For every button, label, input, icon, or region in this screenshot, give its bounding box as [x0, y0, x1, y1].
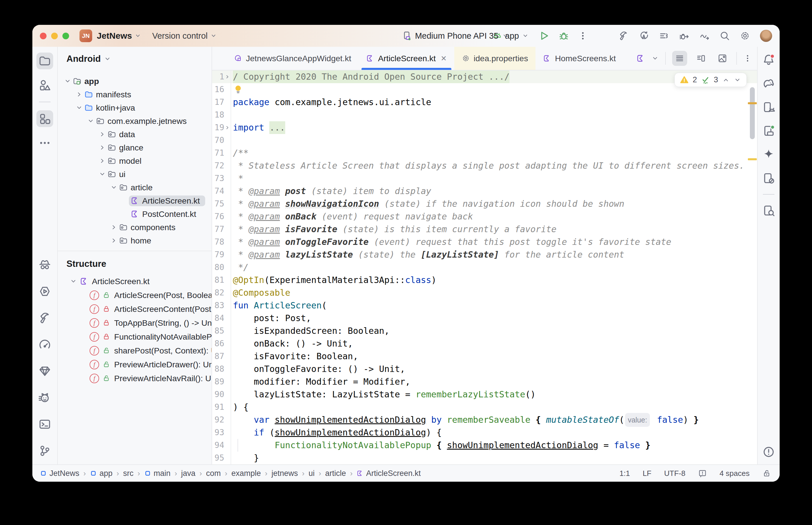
more-actions-kebab-icon[interactable]: [578, 31, 588, 41]
tree-item-app[interactable]: app: [58, 75, 211, 88]
breadcrumb-item[interactable]: ui: [309, 469, 315, 478]
tool-running-devices[interactable]: [760, 122, 777, 139]
caret-position[interactable]: 1:1: [620, 469, 630, 478]
apply-changes-button[interactable]: [639, 31, 649, 41]
tool-terminal[interactable]: [36, 416, 53, 433]
gutter[interactable]: 18: [212, 109, 231, 121]
structure-item[interactable]: fsharePost(Post, Context): Un: [58, 344, 211, 358]
structure-item[interactable]: fFunctionalityNotAvailablePop: [58, 330, 211, 344]
gutter[interactable]: 74: [212, 185, 231, 197]
zoom-window-button[interactable]: [62, 33, 69, 39]
structure-item[interactable]: fTopAppBar(String, () -> Unit,: [58, 316, 211, 330]
chevright-icon[interactable]: [99, 157, 106, 165]
breadcrumb-item[interactable]: jetnews: [271, 469, 298, 478]
gutter[interactable]: 79: [212, 248, 231, 261]
chevdown-icon[interactable]: [64, 77, 71, 85]
structure-item[interactable]: fArticleScreenContent(Post, (): [58, 302, 211, 316]
search-everywhere-button[interactable]: [720, 31, 730, 41]
tree-item-manifests[interactable]: manifests: [58, 88, 211, 101]
chevdown-icon[interactable]: [99, 170, 106, 178]
tool-version-control[interactable]: [36, 442, 53, 459]
tool-more[interactable]: [36, 135, 53, 151]
kotlin-file-icon[interactable]: [636, 54, 645, 63]
structure-item[interactable]: fArticleScreen(Post, Boolean,: [58, 288, 211, 302]
run-button[interactable]: [538, 30, 550, 41]
gutter[interactable]: 70: [212, 134, 231, 147]
gutter[interactable]: 80: [212, 261, 231, 274]
gutter[interactable]: 83: [212, 299, 231, 312]
gutter[interactable]: 87: [212, 350, 231, 363]
chevdown-icon[interactable]: [70, 278, 77, 285]
chevright-icon[interactable]: [110, 224, 118, 231]
gutter[interactable]: 88: [212, 363, 231, 375]
profiler-button[interactable]: [699, 31, 710, 41]
gutter[interactable]: 82: [212, 286, 231, 299]
debug-button[interactable]: [558, 30, 569, 41]
gutter[interactable]: 84: [212, 312, 231, 325]
structure-item[interactable]: fPreviewArticleDrawer(): Unit: [58, 358, 211, 371]
tree-item-model[interactable]: model: [58, 154, 211, 167]
tab-ArticleScreen.kt[interactable]: ArticleScreen.kt✕: [359, 47, 454, 70]
tree-item-com.example.jetnews[interactable]: com.example.jetnews: [58, 114, 211, 127]
gutter[interactable]: 86: [212, 337, 231, 350]
structure-root[interactable]: ArticleScreen.kt: [58, 274, 211, 288]
gutter[interactable]: 92: [212, 414, 231, 426]
tree-item-components[interactable]: components: [58, 221, 211, 234]
tree-item-ui[interactable]: ui: [58, 167, 211, 181]
tool-problems[interactable]: [760, 444, 777, 460]
project-name[interactable]: JetNews: [97, 31, 132, 41]
close-icon[interactable]: ✕: [441, 54, 447, 63]
chevright-icon[interactable]: [99, 131, 106, 138]
chevdown-icon[interactable]: [110, 184, 118, 191]
notification-bubble-icon[interactable]: [698, 469, 707, 478]
structure-item[interactable]: fPreviewArticleNavRail(): Unit: [58, 371, 211, 385]
gutter[interactable]: 91: [212, 401, 231, 414]
attach-debugger-button[interactable]: [679, 31, 690, 41]
tree-item-home[interactable]: home: [58, 234, 211, 247]
close-window-button[interactable]: [40, 33, 46, 39]
tool-notifications[interactable]: [760, 51, 777, 68]
gutter[interactable]: 77: [212, 223, 231, 236]
tool-build[interactable]: [36, 310, 53, 326]
editor-scrollbar-thumb[interactable]: [750, 87, 755, 139]
gutter[interactable]: 1: [212, 71, 231, 83]
breadcrumb-item[interactable]: article: [325, 469, 346, 478]
tool-structure[interactable]: [36, 110, 53, 127]
chevright-icon[interactable]: [99, 144, 106, 151]
tree-item-article[interactable]: article: [58, 181, 211, 194]
tree-item-PostContent.kt[interactable]: PostContent.kt: [58, 207, 211, 221]
unlock-icon[interactable]: [762, 469, 771, 478]
tool-gradle[interactable]: [760, 75, 777, 92]
tab-idea.properties[interactable]: idea.properties: [454, 47, 536, 70]
tool-run[interactable]: [36, 283, 53, 300]
split-view-button[interactable]: [694, 51, 709, 66]
gutter[interactable]: 71: [212, 147, 231, 160]
tree-item-ArticleScreen.kt[interactable]: ArticleScreen.kt: [58, 194, 211, 207]
gutter[interactable]: 94: [212, 439, 231, 452]
gutter[interactable]: 76: [212, 210, 231, 223]
build-button[interactable]: [618, 31, 629, 41]
breadcrumb-item[interactable]: JetNews: [40, 469, 79, 478]
gutter[interactable]: 73: [212, 172, 231, 185]
settings-button[interactable]: [740, 31, 750, 41]
gutter[interactable]: 90: [212, 388, 231, 401]
gutter[interactable]: 72: [212, 160, 231, 172]
tool-app-quality-insights[interactable]: [36, 256, 53, 273]
breadcrumb-item[interactable]: example: [232, 469, 261, 478]
scrollbar-warning-mark[interactable]: [748, 158, 757, 160]
project-view-selector[interactable]: Android: [58, 47, 211, 67]
tab-JetnewsGlanceAppWidget.kt[interactable]: JetnewsGlanceAppWidget.kt: [226, 47, 359, 70]
scrollbar-warning-mark[interactable]: [748, 102, 757, 104]
chevright-icon[interactable]: [110, 237, 118, 244]
editor-options-kebab-icon[interactable]: [743, 54, 752, 63]
vcs-menu[interactable]: Version control: [152, 31, 208, 41]
minimize-window-button[interactable]: [51, 33, 58, 39]
line-separator[interactable]: LF: [643, 469, 651, 478]
tool-app-inspection[interactable]: [760, 202, 777, 219]
tree-item-data[interactable]: data: [58, 127, 211, 141]
breadcrumb-item[interactable]: java: [181, 469, 196, 478]
code-editor[interactable]: 1/ Copyright 2020 The Android Open Sourc…: [212, 71, 757, 464]
code-view-button[interactable]: [672, 51, 687, 66]
breadcrumb-item[interactable]: app: [90, 469, 113, 478]
tab-HomeScreens.kt[interactable]: HomeScreens.kt: [535, 47, 623, 70]
